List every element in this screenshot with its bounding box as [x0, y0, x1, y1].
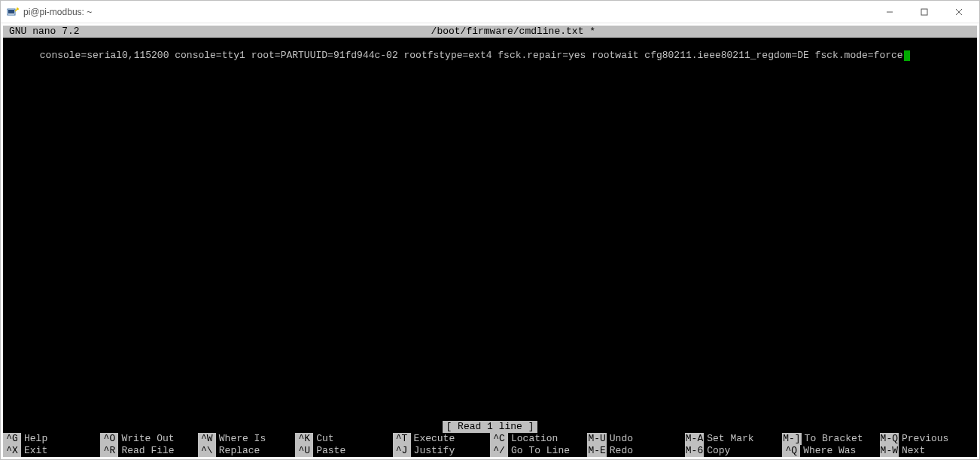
- shortcut-label: Read File: [118, 445, 174, 457]
- shortcut-label: Copy: [704, 445, 730, 457]
- shortcut-label: Location: [508, 433, 558, 445]
- shortcut-item: ^KCut: [295, 433, 392, 445]
- shortcut-key: M-A: [685, 433, 704, 445]
- shortcut-item: ^QWhere Was: [782, 445, 879, 457]
- shortcut-key: M-E: [587, 445, 606, 457]
- shortcut-label: Where Was: [800, 445, 856, 457]
- shortcut-item: ^XExit: [3, 445, 100, 457]
- shortcut-item: ^CLocation: [490, 433, 587, 445]
- shortcut-key: M-U: [587, 433, 606, 445]
- shortcut-item: ^UPaste: [295, 445, 392, 457]
- shortcut-key: ^R: [100, 445, 118, 457]
- nano-app-name: GNU nano 7.2: [3, 26, 80, 38]
- svg-rect-1: [8, 10, 14, 14]
- status-line: [ Read 1 line ]: [3, 421, 977, 433]
- app-window: pi@pi-modbus: ~ GNU nano 7.2 /boot/firmw…: [0, 0, 980, 460]
- shortcut-label: To Bracket: [802, 433, 863, 445]
- shortcut-label: Execute: [411, 433, 455, 445]
- shortcut-item: M-ASet Mark: [685, 433, 782, 445]
- shortcut-label: Previous: [899, 433, 948, 445]
- shortcut-item: M-ERedo: [587, 445, 684, 457]
- shortcut-label: Replace: [216, 445, 260, 457]
- shortcut-key: ^\: [198, 445, 216, 457]
- terminal-area[interactable]: GNU nano 7.2 /boot/firmware/cmdline.txt …: [3, 26, 977, 457]
- shortcut-item: M-QPrevious: [880, 433, 977, 445]
- shortcut-label: Next: [899, 445, 925, 457]
- shortcut-label: Redo: [607, 445, 633, 457]
- shortcut-item: ^JJustify: [393, 445, 490, 457]
- shortcut-key: M-W: [880, 445, 899, 457]
- window-controls: [872, 2, 976, 23]
- editor-area[interactable]: console=serial0,115200 console=tty1 root…: [3, 38, 977, 421]
- shortcut-key: ^T: [393, 433, 411, 445]
- minimize-button[interactable]: [872, 2, 907, 23]
- svg-rect-3: [921, 9, 927, 15]
- window-titlebar[interactable]: pi@pi-modbus: ~: [1, 1, 979, 23]
- nano-titlebar: GNU nano 7.2 /boot/firmware/cmdline.txt …: [3, 26, 977, 38]
- shortcut-key: M-Q: [880, 433, 899, 445]
- close-button[interactable]: [942, 2, 976, 23]
- shortcut-item: ^GHelp: [3, 433, 100, 445]
- shortcut-item: ^/Go To Line: [490, 445, 587, 457]
- shortcut-label: Help: [21, 433, 47, 445]
- shortcut-key: ^W: [198, 433, 216, 445]
- shortcut-label: Justify: [411, 445, 455, 457]
- shortcut-label: Go To Line: [508, 445, 570, 457]
- shortcut-item: M-6Copy: [685, 445, 782, 457]
- shortcut-label: Where Is: [216, 433, 266, 445]
- shortcut-key: M-]: [782, 433, 801, 445]
- shortcut-label: Cut: [313, 433, 333, 445]
- shortcut-item: ^OWrite Out: [100, 433, 197, 445]
- shortcut-key: M-6: [685, 445, 704, 457]
- shortcut-label: Paste: [313, 445, 345, 457]
- shortcut-item: M-WNext: [880, 445, 977, 457]
- maximize-button[interactable]: [907, 2, 942, 23]
- shortcut-key: ^J: [393, 445, 411, 457]
- shortcut-key: ^U: [295, 445, 313, 457]
- shortcut-item: ^WWhere Is: [198, 433, 295, 445]
- shortcut-help: ^GHelp^OWrite Out^WWhere Is^KCut^TExecut…: [3, 433, 977, 457]
- shortcut-key: ^/: [490, 445, 508, 457]
- editor-content-line[interactable]: console=serial0,115200 console=tty1 root…: [40, 50, 903, 61]
- window-title: pi@pi-modbus: ~: [23, 7, 872, 17]
- shortcut-item: M-]To Bracket: [782, 433, 879, 445]
- shortcut-item: ^\Replace: [198, 445, 295, 457]
- shortcut-item: ^RRead File: [100, 445, 197, 457]
- status-message: [ Read 1 line ]: [443, 421, 537, 433]
- shortcut-item: ^TExecute: [393, 433, 490, 445]
- nano-file-path: /boot/firmware/cmdline.txt *: [80, 26, 947, 38]
- shortcut-key: ^O: [100, 433, 118, 445]
- shortcut-key: ^Q: [782, 445, 800, 457]
- shortcut-key: ^X: [3, 445, 21, 457]
- shortcut-key: ^K: [295, 433, 313, 445]
- shortcut-key: ^C: [490, 433, 508, 445]
- text-cursor: [904, 50, 910, 61]
- shortcut-label: Undo: [607, 433, 633, 445]
- putty-icon: [7, 6, 19, 18]
- shortcut-label: Write Out: [118, 433, 174, 445]
- shortcut-key: ^G: [3, 433, 21, 445]
- shortcut-item: M-UUndo: [587, 433, 684, 445]
- shortcut-label: Exit: [21, 445, 47, 457]
- shortcut-label: Set Mark: [704, 433, 753, 445]
